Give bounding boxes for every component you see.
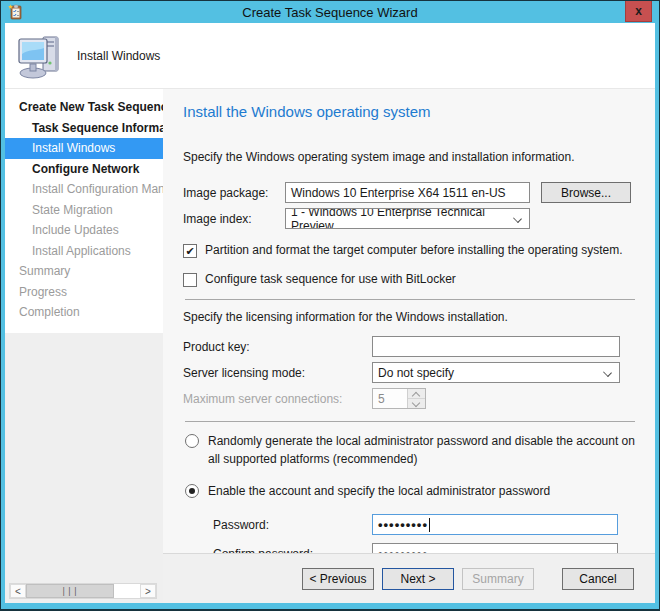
scroll-right-arrow[interactable]: >	[140, 584, 156, 598]
licensing-mode-value: Do not specify	[378, 366, 454, 380]
nav-item-include-updates[interactable]: Include Updates	[5, 220, 163, 241]
computer-icon	[15, 31, 65, 81]
wizard-sidebar: Create New Task Sequence Task Sequence I…	[5, 89, 163, 603]
image-index-dropdown[interactable]: 1 - Windows 10 Enterprise Technical Prev…	[285, 208, 530, 229]
image-index-value: 1 - Windows 10 Enterprise Technical Prev…	[291, 208, 524, 229]
summary-button: Summary	[462, 568, 534, 590]
licensing-mode-dropdown[interactable]: Do not specify	[372, 362, 620, 383]
image-package-value: Windows 10 Enterprise X64 1511 en-US	[291, 186, 506, 200]
nav-item-completion[interactable]: Completion	[5, 302, 163, 323]
wizard-body: Create New Task Sequence Task Sequence I…	[5, 89, 655, 603]
sidebar-horizontal-scrollbar[interactable]: < ||| >	[9, 583, 157, 599]
text-caret	[429, 518, 430, 532]
max-connections-stepper: 5	[372, 388, 426, 409]
licensing-mode-label: Server licensing mode:	[183, 366, 372, 380]
image-package-input[interactable]: Windows 10 Enterprise X64 1511 en-US	[285, 182, 530, 203]
partition-checkbox-label: Partition and format the target computer…	[205, 243, 623, 257]
section-divider	[185, 299, 635, 300]
random-password-radio[interactable]	[185, 434, 199, 448]
partition-checkbox[interactable]: ✔	[183, 244, 197, 258]
nav-item-summary[interactable]: Summary	[5, 261, 163, 282]
bitlocker-checkbox[interactable]	[183, 273, 197, 287]
enable-account-radio[interactable]	[185, 484, 199, 498]
checkmark-icon: ✔	[185, 246, 194, 257]
password-label: Password:	[213, 518, 372, 532]
scrollbar-track[interactable]	[114, 584, 140, 598]
nav-item-progress[interactable]: Progress	[5, 282, 163, 303]
nav-item-install-applications[interactable]: Install Applications	[5, 241, 163, 262]
password-masked-value: •••••••••	[378, 518, 428, 531]
nav-item-state-migration[interactable]: State Migration	[5, 200, 163, 221]
max-connections-value: 5	[373, 389, 408, 408]
password-input[interactable]: •••••••••	[372, 514, 618, 535]
product-key-label: Product key:	[183, 340, 372, 354]
nav-item-install-windows[interactable]: Install Windows	[5, 138, 163, 159]
wizard-nav-list: Create New Task Sequence Task Sequence I…	[5, 89, 163, 333]
wizard-step-title: Install Windows	[77, 49, 160, 63]
enable-account-radio-label: Enable the account and specify the local…	[208, 482, 550, 500]
nav-item-install-configuration-manager[interactable]: Install Configuration Manager	[5, 179, 163, 200]
scrollbar-thumb[interactable]: |||	[26, 584, 114, 598]
max-connections-label: Maximum server connections:	[183, 392, 372, 406]
next-button[interactable]: Next >	[382, 568, 454, 590]
wizard-header: Install Windows	[5, 23, 655, 89]
spinner-up-icon	[408, 389, 425, 398]
wizard-main-pane: Install the Windows operating system Spe…	[163, 89, 655, 603]
confirm-password-input[interactable]: •••••••••	[372, 543, 618, 553]
image-package-label: Image package:	[183, 186, 285, 200]
title-bar[interactable]: Create Task Sequence Wizard x	[1, 1, 659, 23]
page-title: Install the Windows operating system	[183, 103, 635, 120]
close-button[interactable]: x	[625, 1, 652, 22]
chevron-down-icon	[603, 368, 612, 377]
wizard-window: Create Task Sequence Wizard x Install Wi…	[0, 0, 660, 611]
nav-item-create-new-task-sequence[interactable]: Create New Task Sequence	[5, 97, 163, 118]
wizard-button-bar: < Previous Next > Summary Cancel	[163, 553, 655, 603]
licensing-intro-text: Specify the licensing information for th…	[183, 310, 635, 324]
nav-item-task-sequence-information[interactable]: Task Sequence Information	[5, 118, 163, 139]
section-divider	[185, 421, 635, 422]
nav-item-configure-network[interactable]: Configure Network	[5, 159, 163, 180]
window-frame: Install Windows Create New Task Sequence…	[5, 23, 655, 603]
previous-button[interactable]: < Previous	[302, 568, 374, 590]
window-title: Create Task Sequence Wizard	[1, 5, 659, 20]
radio-dot-icon	[189, 488, 195, 494]
scrollbar-grip-icon: |||	[61, 587, 78, 596]
image-index-label: Image index:	[183, 212, 285, 226]
cancel-button[interactable]: Cancel	[562, 568, 634, 590]
wizard-page-content: Install the Windows operating system Spe…	[163, 89, 655, 553]
random-password-radio-label: Randomly generate the local administrato…	[208, 432, 635, 468]
product-key-input[interactable]	[372, 336, 620, 357]
spinner-down-icon	[408, 398, 425, 408]
page-intro-text: Specify the Windows operating system ima…	[183, 150, 635, 164]
bitlocker-checkbox-label: Configure task sequence for use with Bit…	[205, 272, 456, 286]
browse-button[interactable]: Browse...	[541, 182, 631, 203]
scroll-left-arrow[interactable]: <	[10, 584, 26, 598]
